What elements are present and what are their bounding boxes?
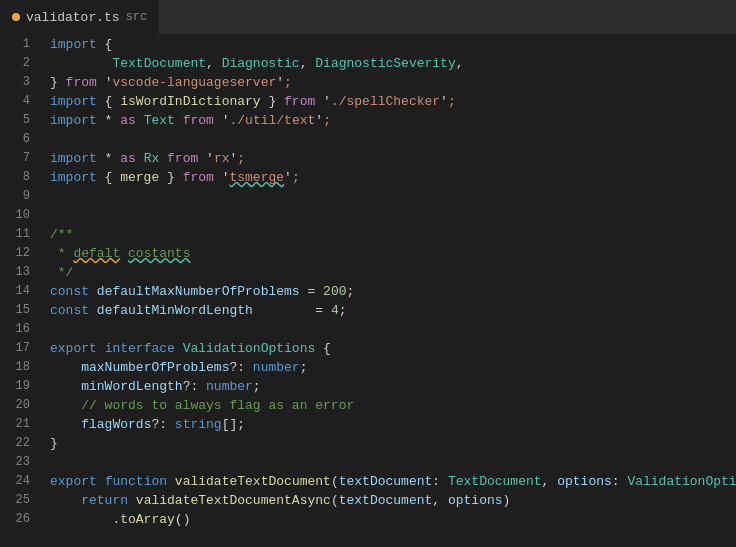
code-line: import { merge } from 'tsmerge'; [50,168,736,187]
code-line [50,206,736,225]
line-number: 3 [0,73,30,92]
line-number: 12 [0,244,30,263]
modified-dot [12,13,20,21]
code-line: import { [50,35,736,54]
tab-bar: validator.ts src [0,0,736,35]
line-number: 19 [0,377,30,396]
line-number: 11 [0,225,30,244]
line-number: 15 [0,301,30,320]
code-line: maxNumberOfProblems?: number; [50,358,736,377]
code-line: /** [50,225,736,244]
code-line: const defaultMaxNumberOfProblems = 200; [50,282,736,301]
line-number: 26 [0,510,30,529]
line-number: 16 [0,320,30,339]
code-line: } [50,434,736,453]
code-line [50,320,736,339]
line-number: 20 [0,396,30,415]
code-line: const defaultMinWordLength = 4; [50,301,736,320]
code-line [50,130,736,149]
line-number: 23 [0,453,30,472]
line-number: 2 [0,54,30,73]
code-line: return validateTextDocumentAsync(textDoc… [50,491,736,510]
line-number: 7 [0,149,30,168]
line-number: 5 [0,111,30,130]
code-line: import { isWordInDictionary } from './sp… [50,92,736,111]
code-line: * defalt costants [50,244,736,263]
code-line [50,187,736,206]
line-number: 4 [0,92,30,111]
line-number: 13 [0,263,30,282]
line-number: 21 [0,415,30,434]
line-number: 6 [0,130,30,149]
tab-filename: validator.ts [26,10,120,25]
line-number: 25 [0,491,30,510]
code-line: export interface ValidationOptions { [50,339,736,358]
line-number: 14 [0,282,30,301]
code-line: */ [50,263,736,282]
code-line: minWordLength?: number; [50,377,736,396]
line-number: 10 [0,206,30,225]
editor-tab[interactable]: validator.ts src [0,0,160,35]
code-line [50,453,736,472]
code-line: } from 'vscode-languageserver'; [50,73,736,92]
line-number: 9 [0,187,30,206]
code-line: export function validateTextDocument(tex… [50,472,736,491]
code-line: TextDocument, Diagnostic, DiagnosticSeve… [50,54,736,73]
code-line: import * as Text from './util/text'; [50,111,736,130]
line-number: 17 [0,339,30,358]
code-line: import * as Rx from 'rx'; [50,149,736,168]
line-number: 8 [0,168,30,187]
line-number: 22 [0,434,30,453]
code-area: import { TextDocument, Diagnostic, Diagn… [40,35,736,547]
code-line: // words to always flag as an error [50,396,736,415]
line-number: 1 [0,35,30,54]
code-line: flagWords?: string[]; [50,415,736,434]
tab-path: src [126,10,148,24]
line-number: 24 [0,472,30,491]
line-number: 18 [0,358,30,377]
code-line: .toArray() [50,510,736,529]
line-numbers: 1234567891011121314151617181920212223242… [0,35,40,547]
